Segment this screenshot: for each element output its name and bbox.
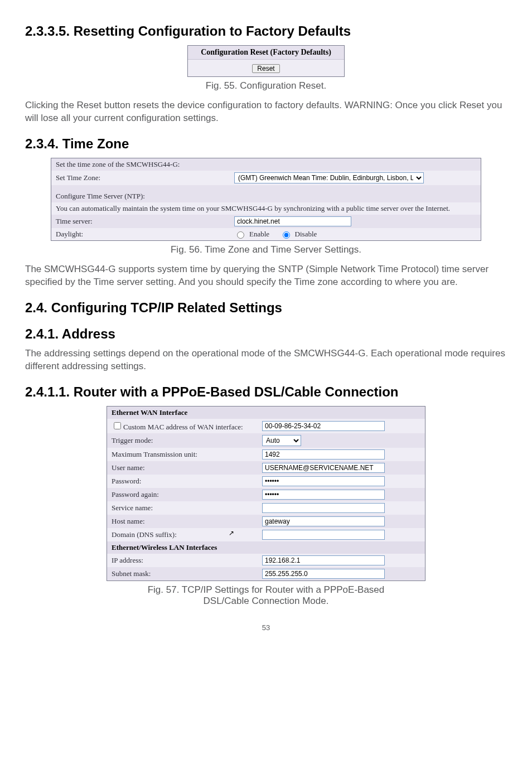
fig56-r3: Configure Time Server (NTP): (56, 192, 145, 201)
daylight-enable-label: Enable (249, 230, 269, 239)
fig57-r4l: User name: (112, 463, 262, 472)
fig57-r7l: Service name: (112, 504, 262, 512)
fig57-r8l: Host name: (112, 517, 262, 526)
fig57-r6l: Password again: (112, 490, 262, 499)
fig56-r2l: Set Time Zone: (56, 173, 234, 182)
custom-mac-checkbox[interactable] (114, 422, 121, 429)
heading-pppoe: 2.4.1.1. Router with a PPPoE-Based DSL/C… (25, 383, 507, 400)
daylight-disable-label: Disable (295, 230, 317, 239)
fig57-h1: Ethernet WAN Interface (107, 407, 425, 419)
page-number: 53 (25, 623, 507, 632)
caption-56: Fig. 56. Time Zone and Time Server Setti… (25, 244, 507, 255)
para-timezone: The SMCWHSG44-G supports system time by … (25, 263, 507, 289)
fig56-r6l: Daylight: (56, 230, 234, 239)
fig57-r3l: Maximum Transmission unit: (112, 450, 262, 459)
subnet-input[interactable] (262, 569, 385, 579)
fig56-r4: You can automatically maintain the syste… (56, 204, 450, 213)
fig56-r5l: Time server: (56, 217, 234, 226)
fig55-title: Configuration Reset (Factory Defaults) (188, 46, 344, 60)
password-again-input[interactable] (262, 490, 385, 500)
figure-57: Ethernet WAN Interface Custom MAC addres… (107, 406, 425, 581)
heading-timezone: 2.3.4. Time Zone (25, 135, 507, 152)
daylight-enable-radio[interactable] (237, 231, 244, 239)
fig56-r1: Set the time zone of the SMCWHSG44-G: (56, 160, 234, 169)
mac-input[interactable] (262, 421, 385, 431)
para-resetting: Clicking the Reset button resets the dev… (25, 99, 507, 125)
heading-address: 2.4.1. Address (25, 326, 507, 342)
fig57-r2l: Trigger mode: (112, 436, 262, 445)
para-address: The addressing settings depend on the op… (25, 347, 507, 373)
heading-tcpip: 2.4. Configuring TCP/IP Related Settings (25, 299, 507, 316)
timeserver-input[interactable] (234, 216, 351, 226)
domain-input[interactable] (262, 530, 385, 540)
hostname-input[interactable] (262, 516, 385, 526)
figure-55: Configuration Reset (Factory Defaults) R… (187, 45, 345, 77)
fig57-r9l: Domain (DNS suffix): (112, 530, 262, 539)
fig57-r10l: IP address: (112, 556, 262, 565)
reset-button[interactable]: Reset (252, 64, 279, 73)
fig57-r5l: Password: (112, 477, 262, 486)
servicename-input[interactable] (262, 503, 385, 513)
caption-57b: DSL/Cable Connection Mode. (25, 596, 507, 607)
trigger-select[interactable]: Auto (262, 435, 301, 446)
username-input[interactable] (262, 463, 385, 473)
fig57-h2: Ethernet/Wireless LAN Interfaces (107, 541, 425, 554)
timezone-select[interactable]: (GMT) Greenwich Mean Time: Dublin, Edinb… (234, 172, 424, 183)
figure-56: Set the time zone of the SMCWHSG44-G: Se… (51, 158, 481, 241)
daylight-disable-radio[interactable] (283, 231, 290, 239)
password-input[interactable] (262, 476, 385, 486)
caption-55: Fig. 55. Configuration Reset. (25, 80, 507, 91)
fig57-r1l: Custom MAC address of WAN interface: (123, 423, 243, 431)
caption-57a: Fig. 57. TCP/IP Settings for Router with… (25, 584, 507, 596)
heading-resetting: 2.3.3.5. Resetting Configuration to Fact… (25, 22, 507, 40)
ip-input[interactable] (262, 555, 385, 565)
mtu-input[interactable] (262, 449, 385, 459)
fig57-r11l: Subnet mask: (112, 569, 262, 578)
